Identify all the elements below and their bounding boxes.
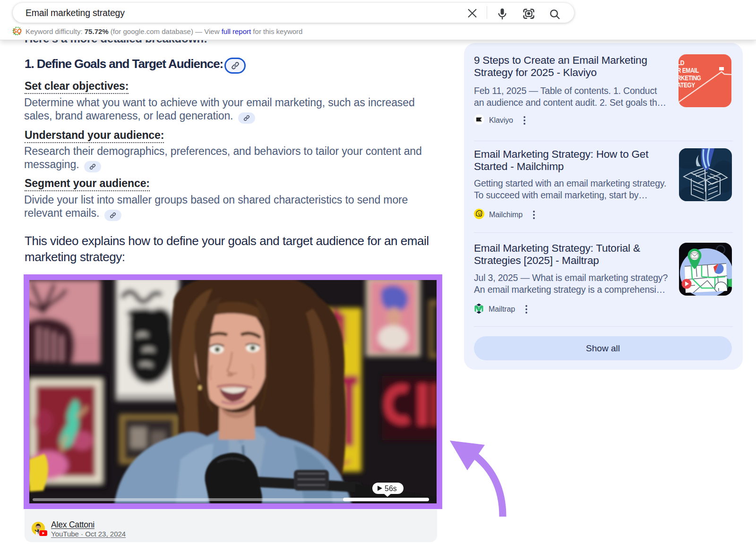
svg-text:SQ: SQ bbox=[13, 28, 21, 34]
svg-text:ATEGY: ATEGY bbox=[679, 81, 695, 89]
svg-text:R EMAIL: R EMAIL bbox=[679, 67, 699, 75]
svg-text:56s: 56s bbox=[385, 484, 397, 493]
svg-text:RKETING: RKETING bbox=[679, 74, 701, 82]
svg-text:LD: LD bbox=[679, 59, 684, 67]
